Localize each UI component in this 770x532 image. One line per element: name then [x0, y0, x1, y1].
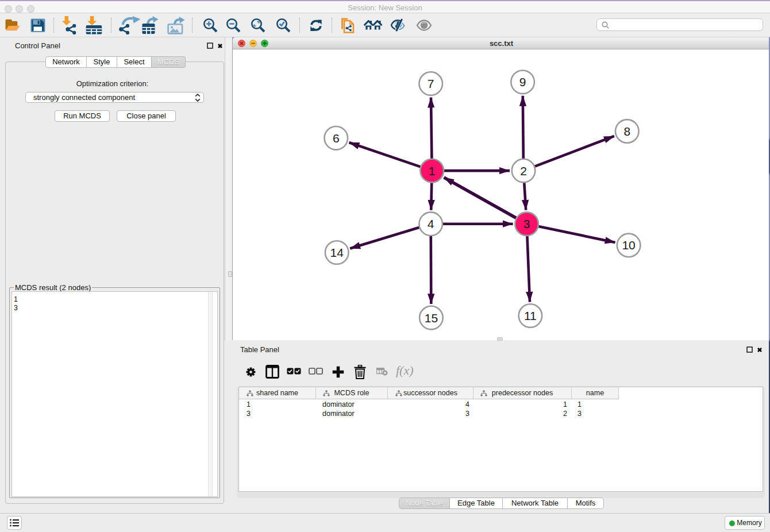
svg-text:15: 15: [425, 311, 438, 325]
svg-text:4: 4: [428, 217, 434, 230]
svg-text:9: 9: [519, 75, 526, 88]
svg-text:11: 11: [524, 309, 537, 322]
svg-text:6: 6: [333, 132, 340, 145]
svg-text:2: 2: [520, 164, 527, 178]
svg-text:1: 1: [429, 164, 436, 178]
svg-text:7: 7: [428, 77, 434, 90]
svg-text:8: 8: [623, 125, 630, 138]
svg-text:10: 10: [622, 238, 635, 252]
svg-text:3: 3: [523, 217, 530, 230]
svg-text:14: 14: [330, 246, 344, 259]
